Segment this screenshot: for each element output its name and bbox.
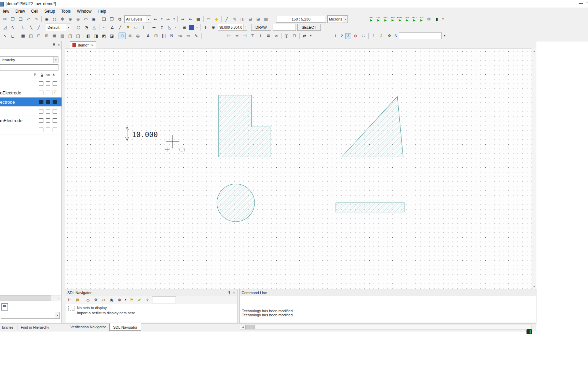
find-icon[interactable]: ◉ — [43, 16, 50, 23]
options-dropdown-icon[interactable]: ▾ — [124, 297, 127, 303]
view-level-2-button[interactable]: 2 — [339, 33, 345, 39]
back-icon[interactable]: ← — [152, 16, 159, 23]
route-icon[interactable]: ↔ — [100, 297, 107, 303]
circle-tool-icon[interactable]: ○ — [75, 24, 82, 31]
view-level-3-button[interactable]: 3 — [345, 33, 351, 39]
close-icon[interactable]: × — [91, 43, 93, 47]
position-field[interactable]: 98.000 5.304.0▲▼ — [218, 24, 247, 31]
layer-row[interactable] — [0, 107, 61, 116]
select-mode-button[interactable]: SELECT — [297, 24, 321, 31]
layer-row[interactable]: oElectrode — [0, 88, 61, 97]
zoom-out-icon[interactable]: ⊖ — [74, 16, 82, 23]
open-netlist-icon[interactable]: ▤ — [74, 297, 81, 303]
back-dropdown-icon[interactable]: ▾ — [160, 16, 164, 23]
command-line-scrollbar[interactable]: ◄ — [240, 325, 532, 330]
port-45-icon[interactable]: ∠ — [109, 24, 116, 31]
menu-item-setup[interactable]: Setup — [41, 8, 58, 15]
flip-icon[interactable]: ⇅ — [231, 16, 238, 23]
menu-item-help[interactable]: Help — [95, 8, 109, 15]
space-even-h-icon[interactable]: ◫ — [283, 32, 290, 39]
text-tool-icon[interactable]: T — [140, 24, 147, 31]
distribute-h-icon[interactable]: ≣ — [265, 32, 272, 39]
layer-row[interactable] — [0, 79, 61, 88]
active-layer-swatch[interactable] — [189, 25, 194, 30]
swap-dropdown-icon[interactable]: ▾ — [309, 32, 313, 39]
align-right-icon[interactable]: ⊣ — [241, 32, 248, 39]
run-xact-button[interactable]: xACT▶ — [411, 16, 418, 22]
all-angle-icon[interactable]: ◿ — [1, 24, 9, 31]
minimize-button[interactable]: — — [576, 0, 586, 7]
mbb-icon[interactable]: MBB — [176, 32, 184, 39]
view-level-1-button[interactable]: 1 — [332, 33, 338, 39]
view-corner-icon[interactable]: ◰ — [67, 32, 74, 39]
run-rve-button[interactable]: RVE▶ — [389, 16, 396, 22]
ruler-icon[interactable]: ▭ — [205, 16, 212, 23]
array-icon[interactable]: ⊞ — [152, 32, 160, 39]
run-lvs-button[interactable]: LVS▶ — [375, 16, 382, 22]
coordinate-readout[interactable]: 150 : 5,230 — [276, 16, 326, 23]
level-up-icon[interactable]: ⇧ — [370, 32, 377, 39]
slash-tool-icon[interactable]: ╱ — [223, 16, 230, 23]
layer-checkbox[interactable] — [39, 100, 43, 104]
bars-icon[interactable]: ||| — [160, 32, 167, 39]
scroll-left-icon[interactable]: ◄ — [240, 325, 245, 329]
import-icon[interactable]: ⇥ — [179, 16, 186, 23]
palette-bottom-combobox[interactable]: ▼ — [1, 312, 60, 319]
scrollbar-thumb[interactable] — [245, 325, 255, 329]
marker-icon[interactable]: ✎ — [193, 32, 200, 39]
view-columns-icon[interactable]: ▥ — [59, 32, 66, 39]
orthogonal-icon[interactable]: ∟ — [19, 24, 27, 31]
layer-checkbox[interactable] — [53, 128, 57, 132]
snap-object-icon[interactable]: ⊚ — [126, 32, 134, 39]
layer-row[interactable]: mElectrode — [0, 116, 61, 125]
no-entry-icon[interactable]: ⊘ — [352, 32, 359, 39]
taskbar-network-icon[interactable] — [527, 329, 532, 334]
level-down-icon[interactable]: ⇩ — [378, 32, 385, 39]
view-list-icon[interactable]: ▤ — [51, 32, 58, 39]
dimension-horizontal-icon[interactable]: ↔ — [150, 24, 158, 31]
check-icon[interactable]: ✔ — [136, 297, 143, 303]
zoom-fit-icon[interactable]: ▣ — [90, 16, 97, 23]
menu-item-tools[interactable]: Tools — [58, 8, 74, 15]
space-even-v-icon[interactable]: ⊟ — [291, 32, 298, 39]
port-any-icon[interactable]: ╱ — [117, 24, 124, 31]
zoom-in-icon[interactable]: ⊕ — [67, 16, 74, 23]
ruler-small-icon[interactable]: ▭ — [185, 32, 192, 39]
flag-icon[interactable]: ⚑ — [128, 297, 135, 303]
pane-grid-icon[interactable]: ▥ — [262, 16, 270, 23]
layer-checkbox[interactable] — [39, 118, 43, 123]
trace-icon[interactable]: ✥ — [92, 297, 99, 303]
locate-icon[interactable]: ◇ — [84, 297, 92, 303]
select-outside-icon[interactable]: ◨ — [93, 32, 100, 39]
canvas-drawing[interactable]: 10.000 — [65, 49, 532, 289]
panel-tab-verification-navigator[interactable]: Verification Navigator — [67, 324, 109, 330]
select-box-icon[interactable]: ◻ — [9, 32, 16, 39]
hierarchy-combobox[interactable]: ierarchy ▼ — [0, 56, 58, 63]
snap-angle-icon[interactable]: ◎ — [134, 32, 141, 39]
layer-checkbox[interactable] — [46, 109, 50, 114]
align-top-icon[interactable]: ⊤ — [249, 32, 256, 39]
layout-canvas[interactable]: 10.000 — [65, 49, 532, 289]
layer-checkbox[interactable] — [53, 91, 57, 95]
spinner-arrows-icon[interactable]: ▲▼ — [243, 24, 247, 30]
layer-checkbox[interactable] — [46, 118, 50, 123]
depth-dropdown-icon[interactable]: ▾ — [443, 32, 447, 39]
base-point-icon[interactable]: + — [202, 24, 209, 31]
cut-icon[interactable]: ✂ — [1, 16, 9, 23]
cell-open-icon[interactable]: ❒ — [108, 16, 115, 23]
layer-row[interactable]: ectrode — [0, 97, 61, 107]
menu-item-draw[interactable]: Draw — [12, 8, 28, 15]
tab-demo[interactable]: demo* × — [70, 41, 96, 49]
menu-item-iew[interactable]: iew — [0, 8, 12, 15]
menu-item-window[interactable]: Window — [74, 8, 95, 15]
circle-shape[interactable] — [217, 184, 255, 222]
panel-tab-sdl-navigator[interactable]: SDL Navigator — [109, 323, 141, 331]
origin-icon[interactable]: ⊕ — [210, 24, 217, 31]
maximize-button[interactable] — [586, 2, 588, 6]
layer-checkbox[interactable] — [39, 128, 43, 132]
redo-icon[interactable]: ↷ — [33, 16, 40, 23]
port-90-icon[interactable]: ⌐ — [101, 24, 108, 31]
highlighter-icon[interactable]: ◆ — [213, 16, 220, 23]
scroll-up-icon[interactable]: ▲ — [533, 49, 535, 53]
close-icon[interactable]: × — [58, 43, 60, 47]
